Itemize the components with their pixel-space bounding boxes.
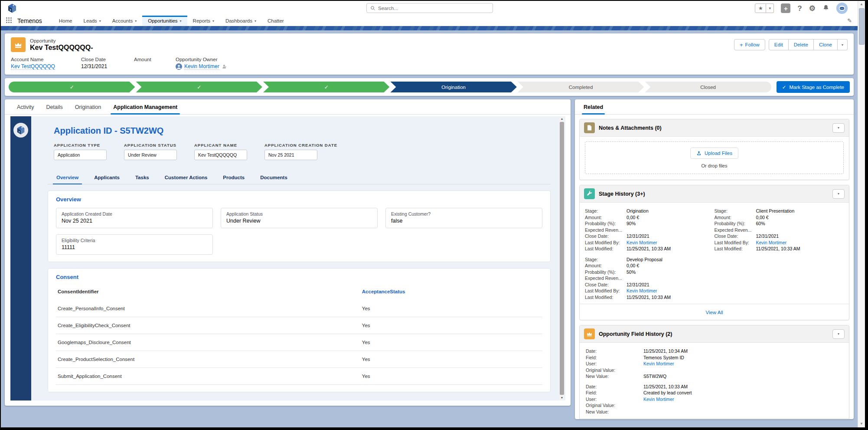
path-stage-origination[interactable]: Origination xyxy=(390,82,516,92)
favorites-dropdown-button[interactable]: ▾ xyxy=(766,3,774,13)
application-content: Application ID - S5TW2WQ APPLICATION TYP… xyxy=(31,116,565,400)
overview-field: Application StatusUnder Review xyxy=(221,208,378,228)
nav-tab-reports[interactable]: Reports▾ xyxy=(187,16,220,26)
nav-tab-leads[interactable]: Leads▾ xyxy=(78,16,107,26)
field-history-records: Date:11/25/2021, 10:34 AM Field:Temenos … xyxy=(580,343,849,418)
stage-history-actions-dropdown[interactable]: ▾ xyxy=(832,189,845,199)
clone-button[interactable]: Clone xyxy=(814,39,838,50)
notifications-button[interactable] xyxy=(822,4,829,13)
application-status-field[interactable]: Under Review xyxy=(124,150,177,160)
change-owner-icon[interactable] xyxy=(222,64,227,69)
app-tab-documents[interactable]: Documents xyxy=(254,171,294,184)
path-stage-complete-1[interactable]: ✓ xyxy=(9,82,135,92)
path-stage-completed[interactable]: Completed xyxy=(518,82,644,92)
temenos-logo-icon xyxy=(7,3,17,13)
scroll-down-icon[interactable]: ▼ xyxy=(561,395,564,400)
app-tab-tasks[interactable]: Tasks xyxy=(129,171,155,184)
setup-button[interactable]: ⚙ xyxy=(809,5,816,12)
chevron-down-icon: ▾ xyxy=(769,6,771,10)
scroll-down-icon[interactable]: ▼ xyxy=(860,420,863,427)
follow-button[interactable]: +Follow xyxy=(734,39,765,50)
mark-stage-complete-button[interactable]: ✓Mark Stage as Complete xyxy=(777,81,850,93)
nav-tab-chatter[interactable]: Chatter xyxy=(262,16,290,26)
global-actions-button[interactable]: + xyxy=(781,3,790,13)
account-link[interactable]: Kev TestQQQQQQ xyxy=(11,63,55,70)
application-management-frame: Application ID - S5TW2WQ APPLICATION TYP… xyxy=(5,115,571,406)
app-launcher-button[interactable] xyxy=(6,17,13,24)
file-dropzone[interactable]: Upload Files Or drop files xyxy=(585,141,844,174)
user-link[interactable]: Kevin Mortimer xyxy=(627,240,657,246)
user-link[interactable]: Kevin Mortimer xyxy=(643,396,674,403)
record-actions: +Follow Edit Delete Clone ▾ xyxy=(734,39,848,50)
notes-actions-dropdown[interactable]: ▾ xyxy=(832,123,845,133)
tab-related[interactable]: Related xyxy=(582,99,605,114)
tab-origination[interactable]: Origination xyxy=(69,99,107,114)
app-content-scrollbar[interactable]: ▲ ▼ xyxy=(559,116,565,400)
app-tab-overview[interactable]: Overview xyxy=(50,171,85,184)
user-link[interactable]: Kevin Mortimer xyxy=(627,288,657,294)
field-history-record: Date:11/25/2021, 10:34 AM Field:Temenos … xyxy=(586,348,843,380)
help-button[interactable]: ? xyxy=(797,5,802,12)
app-tab-customer-actions[interactable]: Customer Actions xyxy=(159,171,214,184)
check-icon: ✓ xyxy=(324,84,329,90)
consent-heading: Consent xyxy=(56,274,542,280)
consent-panel: Consent ConsentIdentifier AcceptanceStat… xyxy=(48,268,551,392)
path-stage-complete-3[interactable]: ✓ xyxy=(263,82,389,92)
field-history-title[interactable]: Opportunity Field History (2) xyxy=(599,331,672,337)
delete-button[interactable]: Delete xyxy=(789,39,814,50)
field-history-actions-dropdown[interactable]: ▾ xyxy=(832,329,845,339)
temenos-app-logo[interactable] xyxy=(13,123,28,138)
favorites-button[interactable]: ★ xyxy=(755,3,766,13)
path-stage-complete-2[interactable]: ✓ xyxy=(136,82,262,92)
field-history-record: Date:11/25/2021, 10:33 AM Field:Created … xyxy=(586,384,843,415)
related-panel: Related Notes & Attachments (0) ▾ Upload… xyxy=(575,99,854,419)
plus-icon: + xyxy=(740,42,743,48)
chevron-down-icon: ▾ xyxy=(99,19,101,23)
consent-row: Create_ProductSelection_ConsentYes xyxy=(56,351,542,368)
consent-row: Create_PersonalInfo_ConsentYes xyxy=(56,300,542,317)
global-search-box[interactable] xyxy=(366,3,493,13)
tab-application-management[interactable]: Application Management xyxy=(107,99,183,114)
overview-field: Application Created DateNov 25 2021 xyxy=(56,208,213,228)
application-type-field[interactable]: Application xyxy=(54,150,107,160)
consent-col-identifier: ConsentIdentifier xyxy=(58,289,362,294)
application-title: Application ID - S5TW2WQ xyxy=(54,126,551,136)
check-icon: ✓ xyxy=(70,84,74,90)
notes-attachments-card: Notes & Attachments (0) ▾ Upload Files O… xyxy=(579,119,849,180)
notes-attachments-title[interactable]: Notes & Attachments (0) xyxy=(599,125,662,131)
stage-history-title[interactable]: Stage History (3+) xyxy=(599,191,645,197)
sales-path-card: ✓ ✓ ✓ Origination Completed Closed ✓Mark… xyxy=(5,78,854,96)
upload-files-button[interactable]: Upload Files xyxy=(690,148,738,159)
tab-details[interactable]: Details xyxy=(40,99,69,114)
star-icon: ★ xyxy=(758,5,763,11)
detail-tab-bar: Activity Details Origination Application… xyxy=(5,99,571,115)
user-link[interactable]: Kevin Mortimer xyxy=(756,240,787,246)
page-scrollbar[interactable]: ▲ ▼ xyxy=(858,1,865,427)
app-tab-products[interactable]: Products xyxy=(217,171,251,184)
scrollbar-thumb[interactable] xyxy=(560,122,564,395)
user-avatar[interactable] xyxy=(836,3,848,14)
stage-history-view-all[interactable]: View All xyxy=(705,310,723,315)
nav-tab-opportunities[interactable]: Opportunities▾ xyxy=(142,16,187,26)
search-input[interactable] xyxy=(378,6,489,11)
application-creation-date-field[interactable]: Nov 25 2021 xyxy=(264,150,317,160)
edit-button[interactable]: Edit xyxy=(769,39,789,50)
entity-label: Opportunity xyxy=(30,38,93,43)
opportunity-icon xyxy=(11,37,26,52)
scroll-up-icon[interactable]: ▲ xyxy=(860,1,863,8)
user-link[interactable]: Kevin Mortimer xyxy=(643,361,674,367)
nav-tab-dashboards[interactable]: Dashboards▾ xyxy=(220,16,262,26)
path-stage-closed[interactable]: Closed xyxy=(645,82,771,92)
nav-tab-home[interactable]: Home xyxy=(53,16,78,26)
edit-navigation-button[interactable]: ✎ xyxy=(847,17,852,24)
owner-link[interactable]: Kevin Mortimer xyxy=(184,63,219,70)
scroll-up-icon[interactable]: ▲ xyxy=(561,116,564,121)
applicant-name-field[interactable]: Kev TestQQQQQQ xyxy=(194,150,247,160)
nav-tab-accounts[interactable]: Accounts▾ xyxy=(107,16,142,26)
app-tab-applicants[interactable]: Applicants xyxy=(88,171,126,184)
scrollbar-thumb[interactable] xyxy=(859,8,865,45)
wrench-icon xyxy=(584,188,595,199)
application-tab-bar: Overview Applicants Tasks Customer Actio… xyxy=(48,171,551,184)
tab-activity[interactable]: Activity xyxy=(11,99,40,114)
more-actions-dropdown[interactable]: ▾ xyxy=(838,39,848,50)
